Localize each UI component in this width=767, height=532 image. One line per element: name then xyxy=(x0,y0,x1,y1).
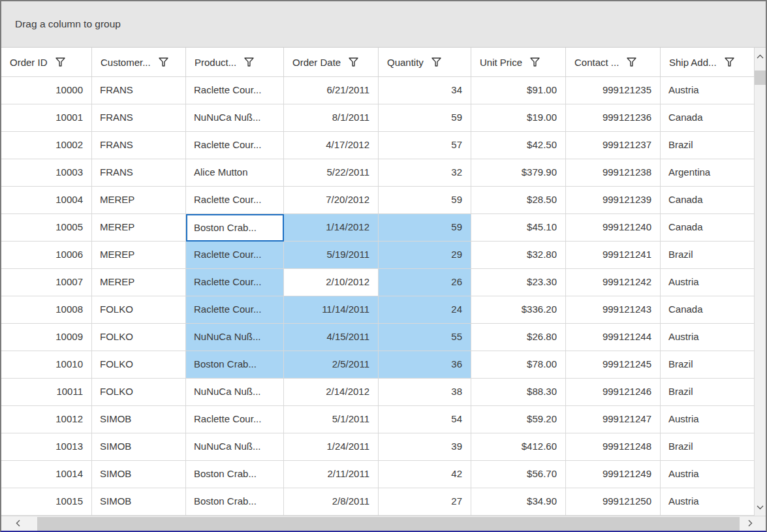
grid-cell[interactable]: 32 xyxy=(379,159,471,187)
grid-cell[interactable]: 4/15/2011 xyxy=(284,324,379,351)
column-header-order_date[interactable]: Order Date xyxy=(284,48,379,77)
grid-cell[interactable]: 10003 xyxy=(1,159,92,187)
grid-cell[interactable]: FRANS xyxy=(92,159,186,187)
grid-cell[interactable]: 55 xyxy=(379,324,471,351)
grid-cell[interactable]: 24 xyxy=(379,296,471,324)
grid-cell[interactable]: 10006 xyxy=(1,242,92,269)
grid-cell[interactable]: Alice Mutton xyxy=(186,159,284,187)
grid-cell[interactable]: SIMOB xyxy=(92,488,186,516)
grid-cell[interactable]: 42 xyxy=(379,461,471,488)
grid-cell[interactable]: 5/1/2011 xyxy=(284,406,379,433)
grid-cell[interactable]: 10008 xyxy=(1,296,92,324)
grid-cell[interactable]: Canada xyxy=(661,104,755,132)
chevron-left-icon[interactable] xyxy=(13,518,23,528)
horizontal-scrollbar-thumb[interactable] xyxy=(37,517,740,531)
filter-icon[interactable] xyxy=(159,57,168,67)
grid-cell[interactable]: 999121237 xyxy=(566,132,661,159)
column-header-ship_address[interactable]: Ship Add... xyxy=(661,48,755,77)
grid-cell[interactable]: SIMOB xyxy=(92,461,186,488)
grid-cell[interactable]: 999121242 xyxy=(566,269,661,296)
grid-cell[interactable]: Raclette Cour... xyxy=(186,406,284,433)
grid-cell[interactable]: $45.10 xyxy=(471,214,566,242)
grid-cell[interactable]: 2/10/2012 xyxy=(284,269,379,296)
column-header-contact[interactable]: Contact ... xyxy=(566,48,661,77)
grid-cell[interactable]: Brazil xyxy=(661,433,755,461)
grid-cell[interactable]: $91.00 xyxy=(471,77,566,104)
grid-cell[interactable]: Raclette Cour... xyxy=(186,269,284,296)
horizontal-scrollbar[interactable] xyxy=(1,516,766,531)
grid-cell[interactable]: 34 xyxy=(379,77,471,104)
grid-cell[interactable]: Canada xyxy=(661,214,755,242)
grid-cell[interactable]: 59 xyxy=(379,214,471,242)
grid-cell[interactable]: Raclette Cour... xyxy=(186,187,284,214)
grid-cell[interactable]: Argentina xyxy=(661,159,755,187)
grid-cell[interactable]: 2/5/2011 xyxy=(284,351,379,379)
grid-cell[interactable]: 10009 xyxy=(1,324,92,351)
grid-cell[interactable]: 999121238 xyxy=(566,159,661,187)
grid-cell[interactable]: SIMOB xyxy=(92,433,186,461)
grid-cell[interactable]: $78.00 xyxy=(471,351,566,379)
vertical-scrollbar[interactable] xyxy=(755,48,766,516)
grid-cell[interactable]: FRANS xyxy=(92,104,186,132)
grid-cell[interactable]: Austria xyxy=(661,406,755,433)
grid-cell[interactable]: Boston Crab... xyxy=(186,461,284,488)
grid-cell[interactable]: 36 xyxy=(379,351,471,379)
grid-cell[interactable]: 2/14/2012 xyxy=(284,379,379,406)
grid-cell[interactable]: $42.50 xyxy=(471,132,566,159)
chevron-right-icon[interactable] xyxy=(745,518,755,528)
grid-cell[interactable]: 999121249 xyxy=(566,461,661,488)
grid-cell[interactable]: Austria xyxy=(661,324,755,351)
grid-cell[interactable]: 10011 xyxy=(1,379,92,406)
grid-cell[interactable]: Raclette Cour... xyxy=(186,242,284,269)
grid-cell[interactable]: Boston Crab... xyxy=(186,488,284,516)
grid-cell[interactable]: 27 xyxy=(379,488,471,516)
grid-cell[interactable]: MEREP xyxy=(92,187,186,214)
chevron-up-icon[interactable] xyxy=(755,52,765,61)
filter-icon[interactable] xyxy=(349,57,358,67)
grid-cell[interactable]: 999121244 xyxy=(566,324,661,351)
grid-cell[interactable]: 10002 xyxy=(1,132,92,159)
filter-icon[interactable] xyxy=(530,57,540,67)
grid-cell[interactable]: MEREP xyxy=(92,214,186,242)
grid-cell[interactable]: 999121245 xyxy=(566,351,661,379)
grid-cell[interactable]: 2/8/2011 xyxy=(284,488,379,516)
grid-cell[interactable]: Austria xyxy=(661,269,755,296)
grid-cell[interactable]: FOLKO xyxy=(92,379,186,406)
grid-cell[interactable]: $23.30 xyxy=(471,269,566,296)
grid-cell[interactable]: 10005 xyxy=(1,214,92,242)
grid-cell[interactable]: Raclette Cour... xyxy=(186,296,284,324)
grid-cell[interactable]: 38 xyxy=(379,379,471,406)
grid-cell[interactable]: 999121243 xyxy=(566,296,661,324)
grid-cell[interactable]: 59 xyxy=(379,104,471,132)
vertical-scrollbar-thumb[interactable] xyxy=(755,70,766,85)
grid-cell[interactable]: 4/17/2012 xyxy=(284,132,379,159)
grid-cell[interactable]: Raclette Cour... xyxy=(186,77,284,104)
grid-cell[interactable]: $379.90 xyxy=(471,159,566,187)
grid-cell[interactable]: 10007 xyxy=(1,269,92,296)
grid-cell[interactable]: Canada xyxy=(661,296,755,324)
grid-cell[interactable]: Raclette Cour... xyxy=(186,132,284,159)
column-header-quantity[interactable]: Quantity xyxy=(379,48,471,77)
grid-cell[interactable]: FRANS xyxy=(92,77,186,104)
filter-icon[interactable] xyxy=(55,57,65,67)
column-header-unit_price[interactable]: Unit Price xyxy=(471,48,566,77)
grid-cell[interactable]: 10012 xyxy=(1,406,92,433)
grid-cell[interactable]: NuNuCa Nuß... xyxy=(186,104,284,132)
grid-cell[interactable]: MEREP xyxy=(92,242,186,269)
grid-cell[interactable]: 59 xyxy=(379,187,471,214)
grid-cell[interactable]: Austria xyxy=(661,77,755,104)
chevron-down-icon[interactable] xyxy=(755,503,765,512)
grid-cell[interactable]: 999121247 xyxy=(566,406,661,433)
grid-cell[interactable]: $34.90 xyxy=(471,488,566,516)
grid-cell[interactable]: 8/1/2011 xyxy=(284,104,379,132)
grid-cell[interactable]: $88.30 xyxy=(471,379,566,406)
grid-cell[interactable]: FOLKO xyxy=(92,296,186,324)
column-header-order_id[interactable]: Order ID xyxy=(1,48,92,77)
grid-cell[interactable]: 10010 xyxy=(1,351,92,379)
grid-cell[interactable]: SIMOB xyxy=(92,406,186,433)
grid-cell[interactable]: Boston Crab... xyxy=(186,214,284,242)
grid-cell[interactable]: 999121240 xyxy=(566,214,661,242)
filter-icon[interactable] xyxy=(627,57,636,67)
grid-cell[interactable]: $59.20 xyxy=(471,406,566,433)
grid-cell[interactable]: 10001 xyxy=(1,104,92,132)
